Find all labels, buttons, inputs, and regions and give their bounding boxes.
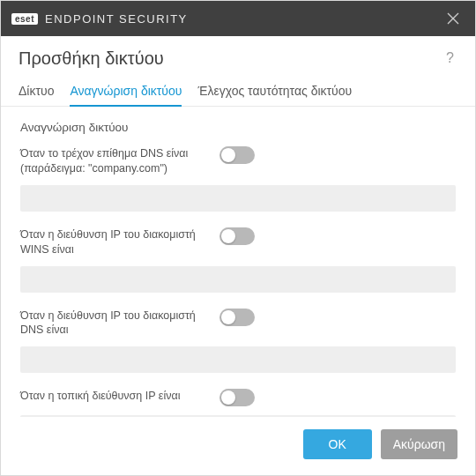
footer: OK Ακύρωση (1, 417, 475, 475)
brand-text: ENDPOINT SECURITY (45, 12, 188, 26)
header: Προσθήκη δικτύου ? (1, 36, 475, 73)
toggle-dns-ip[interactable] (219, 309, 255, 326)
close-button[interactable] (440, 5, 466, 32)
input-wins-ip[interactable] (20, 266, 456, 293)
row-local-ip: Όταν η τοπική διεύθυνση IP είναι (20, 389, 456, 417)
brand: eset ENDPOINT SECURITY (11, 12, 188, 26)
toggle-dns-suffix[interactable] (219, 146, 255, 164)
row-dns-ip: Όταν η διεύθυνση IP του διακομιστή DNS ε… (20, 309, 456, 374)
toggle-local-ip[interactable] (219, 389, 255, 406)
toggle-wins-ip[interactable] (219, 227, 255, 245)
titlebar: eset ENDPOINT SECURITY (1, 1, 475, 36)
input-dns-ip[interactable] (20, 346, 456, 373)
help-button[interactable]: ? (443, 47, 457, 70)
row-label: Όταν η διεύθυνση IP του διακομιστή DNS ε… (20, 309, 205, 338)
page-title: Προσθήκη δικτύου (19, 48, 443, 69)
row-label: Όταν το τρέχον επίθημα DNS είναι (παράδε… (20, 146, 205, 176)
help-icon: ? (446, 50, 454, 65)
cancel-button[interactable]: Ακύρωση (381, 429, 457, 459)
tab-network[interactable]: Δίκτυο (19, 78, 54, 106)
section-title: Αναγνώριση δικτύου (20, 121, 456, 134)
row-wins-ip: Όταν η διεύθυνση IP του διακομιστή WINS … (20, 227, 456, 293)
input-dns-suffix[interactable] (20, 185, 456, 212)
ok-button[interactable]: OK (303, 429, 372, 459)
content-area: Αναγνώριση δικτύου Όταν το τρέχον επίθημ… (1, 107, 475, 417)
tab-network-identification[interactable]: Αναγνώριση δικτύου (70, 78, 182, 107)
tab-network-authentication[interactable]: Έλεγχος ταυτότητας δικτύου (197, 78, 352, 106)
dialog-window: eset ENDPOINT SECURITY Προσθήκη δικτύου … (0, 0, 476, 476)
row-label: Όταν η διεύθυνση IP του διακομιστή WINS … (20, 227, 205, 257)
row-label: Όταν η τοπική διεύθυνση IP είναι (20, 389, 205, 404)
tabs: Δίκτυο Αναγνώριση δικτύου Έλεγχος ταυτότ… (1, 73, 475, 107)
row-dns-suffix: Όταν το τρέχον επίθημα DNS είναι (παράδε… (20, 146, 456, 212)
close-icon (447, 12, 459, 25)
brand-badge: eset (11, 13, 38, 25)
